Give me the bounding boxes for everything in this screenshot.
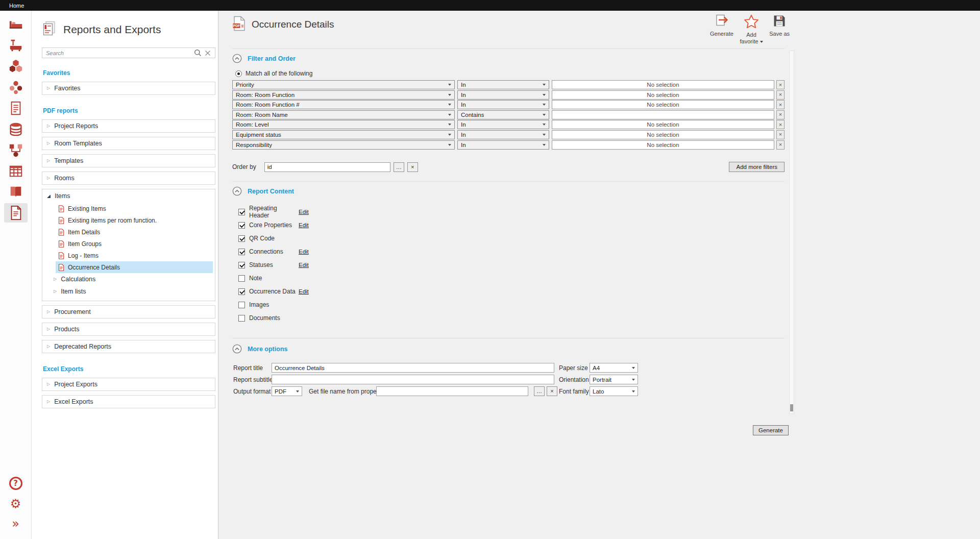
add-more-filters-button[interactable]: Add more filters: [729, 162, 785, 172]
order-by-input[interactable]: [264, 162, 390, 172]
file-name-input[interactable]: [376, 386, 528, 396]
report-item[interactable]: Item Groups: [56, 238, 213, 250]
report-item[interactable]: Log - Items: [56, 250, 213, 261]
data-module-icon[interactable]: [4, 119, 28, 139]
remove-filter-button[interactable]: ×: [776, 110, 785, 119]
filter-operator-dropdown[interactable]: In: [457, 120, 549, 129]
filter-operator-dropdown[interactable]: In: [457, 130, 549, 139]
orientation-dropdown[interactable]: Portrait: [590, 375, 638, 384]
reports-module-icon[interactable]: [4, 203, 28, 223]
filter-operator-dropdown[interactable]: In: [457, 80, 549, 89]
filter-field-dropdown[interactable]: Room: Room Function #: [232, 100, 455, 109]
tree-group-favorites[interactable]: ▷Favorites: [42, 82, 215, 95]
filter-value-selector[interactable]: No selection: [552, 90, 774, 100]
remove-filter-button[interactable]: ×: [776, 140, 785, 150]
filter-value-selector[interactable]: No selection: [552, 80, 774, 89]
order-by-browse-button[interactable]: …: [394, 162, 404, 172]
product-groups-module-icon[interactable]: [4, 78, 28, 97]
report-title-input[interactable]: [272, 363, 554, 373]
home-menu[interactable]: Home: [9, 3, 24, 9]
add-favorite-button[interactable]: Add favorite: [737, 14, 766, 45]
vertical-scrollbar[interactable]: [789, 51, 794, 414]
match-all-radio[interactable]: Match all of the following: [235, 70, 312, 77]
checkbox-checked-icon[interactable]: [238, 249, 245, 255]
edit-link[interactable]: Edit: [299, 288, 309, 295]
filter-value-input[interactable]: [552, 110, 774, 119]
checkbox-unchecked-icon[interactable]: [238, 275, 245, 282]
filter-value-selector[interactable]: No selection: [552, 100, 774, 109]
paper-size-dropdown[interactable]: A4: [590, 363, 638, 373]
edit-link[interactable]: Edit: [299, 262, 309, 268]
tree-group-deprecated-reports[interactable]: ▷Deprecated Reports: [42, 340, 215, 353]
font-family-dropdown[interactable]: Lato: [590, 386, 638, 396]
filter-field-dropdown[interactable]: Equipment status: [232, 130, 455, 139]
tree-group-products[interactable]: ▷Products: [42, 323, 215, 336]
save-as-button[interactable]: Save as: [769, 14, 790, 45]
order-by-clear-button[interactable]: ×: [407, 162, 418, 172]
scrollbar-thumb[interactable]: [790, 404, 793, 411]
tree-group-project-reports[interactable]: ▷Project Reports: [42, 119, 215, 133]
tree-subgroup-item-lists[interactable]: ▷Item lists: [42, 285, 215, 298]
tree-group-rooms[interactable]: ▷Rooms: [42, 172, 215, 185]
remove-filter-button[interactable]: ×: [776, 90, 785, 100]
file-name-clear-button[interactable]: ×: [547, 386, 557, 396]
help-icon[interactable]: ?: [9, 477, 22, 490]
checkbox-unchecked-icon[interactable]: [238, 302, 245, 308]
tree-group-procurement[interactable]: ▷Procurement: [42, 305, 215, 318]
edit-link[interactable]: Edit: [299, 222, 309, 228]
report-item[interactable]: Existing Items: [56, 203, 213, 214]
workflow-module-icon[interactable]: [4, 140, 28, 160]
report-subtitle-input[interactable]: [272, 375, 554, 384]
statistics-module-icon[interactable]: [4, 161, 28, 181]
documents-module-icon[interactable]: [4, 99, 28, 118]
filter-operator-dropdown[interactable]: In: [457, 100, 549, 109]
tree-subgroup-calculations[interactable]: ▷Calculations: [42, 273, 215, 285]
generate-toolbar-button[interactable]: Generate: [710, 14, 733, 45]
tree-group-room-templates[interactable]: ▷Room Templates: [42, 137, 215, 150]
rooms-module-icon[interactable]: [4, 15, 28, 34]
checkbox-checked-icon[interactable]: [238, 235, 245, 242]
report-item[interactable]: Item Details: [56, 226, 213, 238]
edit-link[interactable]: Edit: [299, 249, 309, 255]
filter-field-dropdown[interactable]: Responsibility: [232, 140, 455, 150]
checkbox-checked-icon[interactable]: [238, 262, 245, 268]
filter-value-selector[interactable]: No selection: [552, 130, 774, 139]
filter-operator-dropdown[interactable]: Contains: [457, 110, 549, 119]
report-item[interactable]: Existing items per room function.: [56, 214, 213, 226]
checkbox-checked-icon[interactable]: [238, 288, 245, 295]
filter-operator-dropdown[interactable]: In: [457, 90, 549, 100]
search-icon[interactable]: [192, 48, 203, 58]
output-format-dropdown[interactable]: PDF: [272, 386, 302, 396]
room-equipment-module-icon[interactable]: [4, 36, 28, 55]
clear-search-icon[interactable]: [203, 48, 213, 58]
tree-group-project-exports[interactable]: ▷Project Exports: [42, 378, 215, 391]
remove-filter-button[interactable]: ×: [776, 80, 785, 89]
catalog-module-icon[interactable]: [4, 182, 28, 202]
settings-icon[interactable]: ⚙: [10, 498, 21, 510]
filter-value-selector[interactable]: No selection: [552, 140, 774, 150]
remove-filter-button[interactable]: ×: [776, 120, 785, 129]
tree-group-header[interactable]: ◢Items: [42, 189, 215, 203]
tree-group-excel-exports[interactable]: ▷Excel Exports: [42, 395, 215, 408]
remove-filter-button[interactable]: ×: [776, 100, 785, 109]
filter-field-dropdown[interactable]: Room: Room Name: [232, 110, 455, 119]
filter-operator-dropdown[interactable]: In: [457, 140, 549, 150]
remove-filter-button[interactable]: ×: [776, 130, 785, 139]
generate-button[interactable]: Generate: [753, 425, 789, 435]
collapse-section-icon[interactable]: [232, 54, 242, 63]
collapse-section-icon[interactable]: [232, 186, 242, 196]
search-input[interactable]: [46, 50, 192, 56]
checkbox-checked-icon[interactable]: [238, 222, 245, 229]
products-module-icon[interactable]: [4, 57, 28, 76]
filter-field-dropdown[interactable]: Priority: [232, 80, 455, 89]
filter-field-dropdown[interactable]: Room: Level: [232, 120, 455, 129]
tree-group-templates[interactable]: ▷Templates: [42, 154, 215, 167]
file-name-browse-button[interactable]: …: [534, 386, 545, 396]
checkbox-unchecked-icon[interactable]: [238, 315, 245, 322]
collapse-section-icon[interactable]: [232, 344, 242, 354]
filter-value-selector[interactable]: No selection: [552, 120, 774, 129]
collapse-panel-icon[interactable]: »: [12, 518, 19, 530]
report-item-selected[interactable]: Occurrence Details: [56, 261, 213, 273]
edit-link[interactable]: Edit: [299, 209, 309, 215]
filter-field-dropdown[interactable]: Room: Room Function: [232, 90, 455, 100]
